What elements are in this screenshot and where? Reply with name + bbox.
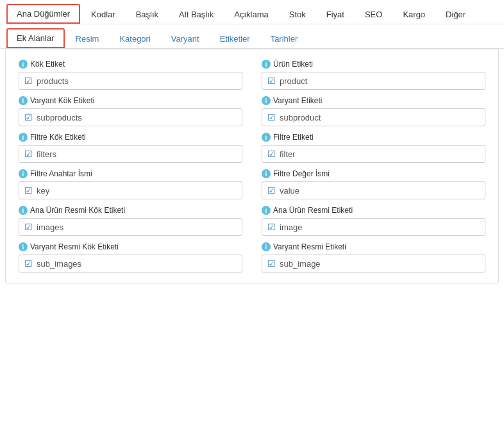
tab-row2-tarihler[interactable]: Tarihler — [261, 29, 308, 47]
field-input-images[interactable] — [37, 222, 237, 232]
field-input-filters[interactable] — [37, 149, 237, 159]
info-icon: i — [19, 133, 28, 142]
form-group-sub_images: iVaryant Resmi Kök Etiketi☑ — [19, 242, 242, 272]
tab-row1-kargo[interactable]: Kargo — [393, 5, 435, 23]
tab-row-1: Ana DüğümlerKodlarBaşlıkAlt BaşlıkAçıkla… — [0, 0, 504, 24]
field-label-key: iFiltre Anahtar İsmi — [19, 169, 242, 178]
field-label-subproduct: iVaryant Etiketi — [262, 96, 485, 105]
info-icon: i — [19, 206, 28, 215]
field-input-subproducts[interactable] — [37, 113, 237, 122]
input-wrapper-products[interactable]: ☑ — [19, 72, 242, 90]
input-wrapper-image[interactable]: ☑ — [262, 218, 485, 236]
form-group-value: iFiltre Değer İsmi☑ — [262, 169, 485, 199]
field-label-filters: iFiltre Kök Etiketi — [19, 133, 242, 142]
tab-row2-kategori[interactable]: Kategori — [110, 29, 160, 47]
field-label-products: iKök Etiket — [19, 60, 242, 69]
field-label-sub_images: iVaryant Resmi Kök Etiketi — [19, 242, 242, 251]
input-wrapper-product[interactable]: ☑ — [262, 72, 485, 90]
input-wrapper-filter[interactable]: ☑ — [262, 145, 485, 163]
tab-row2-etiketler[interactable]: Etiketler — [210, 29, 260, 47]
content-area: iKök Etiket☑iÜrün Etiketi☑iVaryant Kök E… — [6, 49, 498, 283]
check-icon: ☑ — [267, 112, 276, 122]
field-input-subproduct[interactable] — [280, 113, 480, 122]
field-label-images: iAna Ürün Resmi Kök Etiketi — [19, 206, 242, 215]
form-group-product: iÜrün Etiketi☑ — [262, 60, 485, 90]
input-wrapper-images[interactable]: ☑ — [19, 218, 242, 236]
tab-row1-seo[interactable]: SEO — [355, 5, 392, 23]
field-label-text: Filtre Kök Etiketi — [30, 133, 86, 142]
field-input-filter[interactable] — [280, 149, 480, 159]
field-label-text: Kök Etiket — [30, 60, 65, 69]
tab-row1-diğer[interactable]: Diğer — [436, 5, 475, 23]
check-icon: ☑ — [24, 185, 33, 196]
tab-row2-varyant[interactable]: Varyant — [162, 29, 209, 47]
tab-row1-açıklama[interactable]: Açıklama — [224, 5, 278, 23]
field-input-products[interactable] — [37, 76, 237, 86]
tab-row1-fiyat[interactable]: Fiyat — [317, 5, 354, 23]
check-icon: ☑ — [24, 112, 33, 122]
form-group-images: iAna Ürün Resmi Kök Etiketi☑ — [19, 206, 242, 236]
field-label-text: Varyant Resmi Etiketi — [273, 242, 346, 251]
form-group-image: iAna Ürün Resmi Etiketi☑ — [262, 206, 485, 236]
input-wrapper-value[interactable]: ☑ — [262, 181, 485, 199]
form-group-key: iFiltre Anahtar İsmi☑ — [19, 169, 242, 199]
field-label-product: iÜrün Etiketi — [262, 60, 485, 69]
form-group-subproducts: iVaryant Kök Etiketi☑ — [19, 96, 242, 126]
tab-row2-ek-alanlar[interactable]: Ek Alanlar — [6, 28, 65, 48]
field-label-text: Varyant Etiketi — [273, 96, 322, 105]
field-input-value[interactable] — [280, 186, 480, 196]
tab-row1-kodlar[interactable]: Kodlar — [81, 5, 125, 23]
input-wrapper-sub_images[interactable]: ☑ — [19, 255, 242, 272]
check-icon: ☑ — [24, 258, 33, 269]
info-icon: i — [19, 169, 28, 178]
check-icon: ☑ — [24, 149, 33, 159]
form-group-filter: iFiltre Etiketi☑ — [262, 133, 485, 163]
check-icon: ☑ — [24, 76, 33, 86]
field-label-sub_image: iVaryant Resmi Etiketi — [262, 242, 485, 251]
field-input-sub_images[interactable] — [37, 259, 237, 269]
info-icon: i — [262, 206, 271, 215]
input-wrapper-key[interactable]: ☑ — [19, 181, 242, 199]
check-icon: ☑ — [24, 222, 33, 232]
info-icon: i — [19, 96, 28, 105]
field-label-text: Filtre Anahtar İsmi — [30, 169, 92, 178]
field-input-key[interactable] — [37, 186, 237, 196]
field-label-text: Varyant Resmi Kök Etiketi — [30, 242, 119, 251]
check-icon: ☑ — [267, 185, 276, 196]
check-icon: ☑ — [267, 76, 276, 86]
info-icon: i — [262, 242, 271, 251]
check-icon: ☑ — [267, 222, 276, 232]
input-wrapper-subproduct[interactable]: ☑ — [262, 108, 485, 126]
tab-row1-başlık[interactable]: Başlık — [126, 5, 168, 23]
field-label-filter: iFiltre Etiketi — [262, 133, 485, 142]
form-grid: iKök Etiket☑iÜrün Etiketi☑iVaryant Kök E… — [19, 60, 485, 272]
form-group-products: iKök Etiket☑ — [19, 60, 242, 90]
form-group-subproduct: iVaryant Etiketi☑ — [262, 96, 485, 126]
field-label-text: Filtre Değer İsmi — [273, 169, 330, 178]
field-label-text: Ürün Etiketi — [273, 60, 313, 69]
info-icon: i — [19, 242, 28, 251]
form-group-sub_image: iVaryant Resmi Etiketi☑ — [262, 242, 485, 272]
tab-row-2: Ek AlanlarResimKategoriVaryantEtiketlerT… — [0, 24, 504, 49]
field-label-image: iAna Ürün Resmi Etiketi — [262, 206, 485, 215]
check-icon: ☑ — [267, 258, 276, 269]
form-group-filters: iFiltre Kök Etiketi☑ — [19, 133, 242, 163]
tab-row2-resim[interactable]: Resim — [66, 29, 109, 47]
field-input-image[interactable] — [280, 222, 480, 232]
tab-row1-alt-başlık[interactable]: Alt Başlık — [169, 5, 223, 23]
info-icon: i — [19, 60, 28, 69]
field-label-text: Filtre Etiketi — [273, 133, 314, 142]
tab-row1-stok[interactable]: Stok — [280, 5, 315, 23]
input-wrapper-subproducts[interactable]: ☑ — [19, 108, 242, 126]
field-label-subproducts: iVaryant Kök Etiketi — [19, 96, 242, 105]
field-input-product[interactable] — [280, 76, 480, 86]
input-wrapper-filters[interactable]: ☑ — [19, 145, 242, 163]
input-wrapper-sub_image[interactable]: ☑ — [262, 255, 485, 272]
field-label-text: Ana Ürün Resmi Etiketi — [273, 206, 353, 215]
info-icon: i — [262, 60, 271, 69]
check-icon: ☑ — [267, 149, 276, 159]
field-label-value: iFiltre Değer İsmi — [262, 169, 485, 178]
field-input-sub_image[interactable] — [280, 259, 480, 269]
tab-row1-ana-düğümler[interactable]: Ana Düğümler — [6, 4, 80, 24]
info-icon: i — [262, 96, 271, 105]
